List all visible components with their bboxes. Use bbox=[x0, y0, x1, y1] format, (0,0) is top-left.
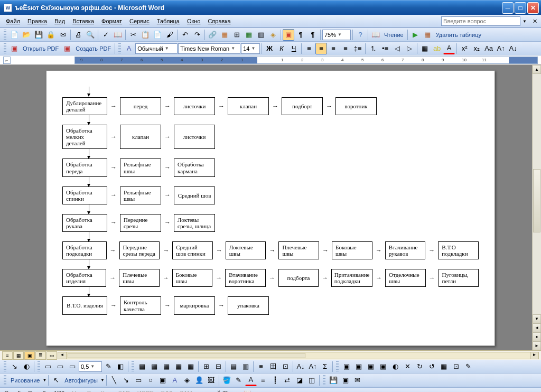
undo-button[interactable]: ↶ bbox=[179, 29, 191, 41]
paste-button[interactable]: 📄 bbox=[152, 29, 163, 41]
tb-btn[interactable]: ▦ bbox=[185, 361, 197, 372]
permission-button[interactable]: 🔒 bbox=[45, 29, 57, 41]
toolbar-grip[interactable] bbox=[38, 361, 40, 372]
borders-button[interactable]: ▦ bbox=[419, 43, 431, 54]
menu-view[interactable]: Вид bbox=[51, 16, 69, 26]
oval-button[interactable]: ○ bbox=[145, 375, 156, 386]
wordart-button[interactable]: A bbox=[169, 375, 181, 386]
align-left-button[interactable]: ≡ bbox=[303, 43, 315, 54]
bold-button[interactable]: Ж bbox=[264, 43, 275, 54]
toolbar-grip[interactable] bbox=[4, 375, 6, 386]
shrink-font-button[interactable]: A↓ bbox=[507, 43, 519, 54]
create-pdf-icon[interactable]: ▣ bbox=[61, 43, 73, 54]
flow-box[interactable]: Обработка изделия bbox=[62, 269, 106, 287]
highlight-button[interactable]: ab bbox=[431, 43, 443, 54]
open-button[interactable]: 📂 bbox=[21, 29, 32, 41]
flow-box[interactable]: Средний шов спинки bbox=[172, 241, 213, 259]
tb-btn[interactable]: ▦ bbox=[148, 361, 160, 372]
tb-btn[interactable]: ▣ bbox=[365, 361, 377, 372]
menu-window[interactable]: Окно bbox=[183, 16, 204, 26]
create-pdf-button[interactable]: Создать PDF bbox=[73, 45, 113, 52]
flow-box[interactable]: Локтевые швы bbox=[226, 241, 266, 259]
diagram-button[interactable]: ◈ bbox=[181, 375, 193, 386]
font-combo[interactable]: Times New Roman▼ bbox=[178, 43, 240, 54]
flow-box[interactable]: клапан bbox=[120, 125, 161, 149]
line-style-button[interactable]: ≡ bbox=[257, 375, 269, 386]
flow-box[interactable]: Обработка подкладки bbox=[62, 241, 107, 259]
flow-box[interactable]: Плечевые швы bbox=[119, 269, 159, 287]
tb-btn[interactable]: 💾 bbox=[328, 375, 339, 386]
toolbar-grip[interactable] bbox=[336, 361, 339, 372]
scroll-right-button[interactable]: ► bbox=[530, 352, 538, 359]
flow-box[interactable]: Пуговицы, петли bbox=[439, 269, 479, 287]
grow-font-button[interactable]: A↑ bbox=[495, 43, 507, 54]
align-center-button[interactable]: ≡ bbox=[315, 43, 327, 54]
flow-box[interactable]: Дублирование деталей bbox=[62, 97, 107, 115]
scroll-left-button[interactable]: ◄ bbox=[58, 352, 67, 359]
menu-insert[interactable]: Вставка bbox=[69, 16, 98, 26]
flow-box[interactable]: упаковка bbox=[228, 296, 269, 314]
flow-box[interactable]: Обработка мелких деталей bbox=[62, 125, 107, 149]
italic-button[interactable]: К bbox=[276, 43, 287, 54]
tb-btn[interactable]: ✎ bbox=[462, 361, 474, 372]
horizontal-ruler[interactable]: ⌐ 9876543211234567891011 bbox=[0, 55, 541, 65]
flow-box[interactable]: воротник bbox=[335, 97, 377, 115]
line-width-combo[interactable]: 0,5▼ bbox=[79, 361, 102, 372]
para-marks-button[interactable]: ¶ bbox=[307, 29, 319, 41]
reading-view-button[interactable]: ▭ bbox=[46, 351, 57, 360]
zoom-combo[interactable]: 75%▼ bbox=[322, 30, 351, 40]
scroll-up-button[interactable]: ▲ bbox=[533, 65, 541, 74]
toolbar-grip[interactable] bbox=[4, 30, 6, 40]
flow-box[interactable]: Рельефные швы bbox=[120, 186, 161, 204]
flow-box[interactable]: Передние срезы переда bbox=[119, 241, 160, 259]
cut-button[interactable]: ✂ bbox=[127, 29, 139, 41]
tb-btn[interactable]: ▭ bbox=[54, 361, 66, 372]
indent-button[interactable]: ▷ bbox=[404, 43, 415, 54]
hyperlink-button[interactable]: 🔗 bbox=[207, 29, 218, 41]
flow-box[interactable]: Обработка спинки bbox=[62, 186, 107, 204]
print-button[interactable]: 🖨 bbox=[72, 29, 84, 41]
reading-mode-button[interactable]: Чтение bbox=[382, 32, 406, 38]
tb-btn[interactable]: ◧ bbox=[115, 361, 126, 372]
menu-help[interactable]: Справка bbox=[204, 16, 234, 26]
shadow-button[interactable]: ◪ bbox=[294, 375, 305, 386]
tb-btn[interactable]: ▣ bbox=[341, 361, 352, 372]
scroll-down-button[interactable]: ▼ bbox=[533, 314, 541, 323]
flow-box[interactable]: листочки bbox=[174, 97, 215, 115]
excel-button[interactable]: ▦ bbox=[243, 29, 255, 41]
scroll-thumb[interactable] bbox=[533, 169, 540, 232]
delete-table-icon[interactable]: ▦ bbox=[422, 29, 433, 41]
tb-btn[interactable]: ✉ bbox=[352, 375, 363, 386]
align-justify-button[interactable]: ≡ bbox=[340, 43, 351, 54]
tb-btn[interactable]: A↓ bbox=[295, 361, 306, 372]
columns-button[interactable]: ▥ bbox=[255, 29, 267, 41]
ask-question-input[interactable] bbox=[441, 16, 520, 26]
preview-button[interactable]: 🔍 bbox=[85, 29, 96, 41]
tb-btn[interactable]: ▤ bbox=[228, 361, 239, 372]
tb-btn[interactable]: ▦ bbox=[136, 361, 148, 372]
autoshapes-menu[interactable]: Автофигуры bbox=[62, 377, 100, 384]
menu-edit[interactable]: Правка bbox=[24, 16, 51, 26]
help-button[interactable]: ? bbox=[355, 29, 366, 41]
underline-button[interactable]: Ч bbox=[288, 43, 300, 54]
tb-btn[interactable]: 田 bbox=[267, 361, 279, 372]
3d-button[interactable]: ◫ bbox=[306, 375, 318, 386]
picture-button[interactable]: 🖼 bbox=[206, 375, 217, 386]
tables-button[interactable]: ▦ bbox=[219, 29, 230, 41]
styles-button[interactable]: A bbox=[123, 43, 135, 54]
toolbar-grip[interactable] bbox=[118, 43, 121, 54]
tb-btn[interactable]: ✎ bbox=[102, 361, 114, 372]
flow-box[interactable]: Отделочные швы bbox=[385, 269, 425, 287]
tb-btn[interactable]: ▦ bbox=[173, 361, 184, 372]
tb-btn[interactable]: ⊡ bbox=[450, 361, 462, 372]
tb-btn[interactable]: ▦ bbox=[438, 361, 450, 372]
flow-box[interactable]: В.Т.О. изделия bbox=[62, 296, 107, 314]
tb-btn[interactable]: ◐ bbox=[389, 361, 401, 372]
status-book-icon[interactable]: 📖 bbox=[244, 389, 251, 392]
doc-map-button[interactable]: ▣ bbox=[283, 29, 294, 41]
flow-box[interactable]: Локтевы срезы, шлица bbox=[174, 214, 215, 232]
delete-table-button[interactable]: Удалить таблицу bbox=[434, 32, 483, 38]
numbering-button[interactable]: ⒈ bbox=[367, 43, 379, 54]
horizontal-scrollbar[interactable]: ◄ ► bbox=[58, 352, 539, 359]
menu-file[interactable]: Файл bbox=[2, 16, 24, 26]
